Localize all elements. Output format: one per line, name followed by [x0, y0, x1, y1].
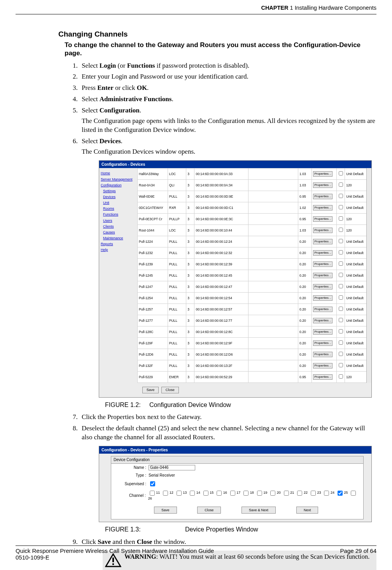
fig12-nav-link[interactable]: Clients	[101, 224, 136, 229]
channel-checkbox[interactable]	[217, 491, 222, 496]
channel-checkbox[interactable]	[163, 491, 168, 496]
name-input[interactable]	[149, 465, 195, 470]
properties-button[interactable]: Properties ..	[313, 228, 332, 233]
fig12-nav-link[interactable]: Reports	[101, 242, 136, 246]
properties-button[interactable]: Properties ..	[313, 295, 332, 301]
row-checkbox[interactable]	[339, 284, 343, 288]
table-row: Pull-12D6PULL300:14:6D:00:00:00:12:D60.2…	[138, 349, 371, 360]
row-checkbox[interactable]	[339, 228, 343, 232]
fig12-nav-link[interactable]: Settings	[101, 189, 136, 193]
row-checkbox[interactable]	[339, 250, 343, 254]
row-checkbox[interactable]	[339, 239, 343, 243]
properties-button[interactable]: Properties ..	[313, 239, 332, 244]
table-row: Rout-0A34QLI300:14:6D:00:00:00:0A:341.03…	[138, 180, 371, 191]
row-checkbox[interactable]	[339, 329, 343, 333]
fig12-nav-link[interactable]: Maintenance	[101, 236, 136, 240]
row-checkbox[interactable]	[339, 340, 343, 345]
row-checkbox[interactable]	[339, 307, 343, 311]
properties-button[interactable]: Properties ..	[313, 318, 332, 323]
channel-checkbox[interactable]	[338, 491, 343, 496]
fig12-titlebar: Configuration - Devices	[99, 161, 371, 168]
channel-checkbox[interactable]	[270, 491, 275, 496]
row-checkbox[interactable]	[339, 273, 343, 277]
properties-button[interactable]: Properties ..	[313, 273, 332, 278]
fig12-nav-link[interactable]: Devices	[101, 195, 136, 199]
properties-button[interactable]: Properties ..	[313, 307, 332, 312]
step-4: Select Administrative Functions.	[79, 95, 376, 104]
step-7: Click the Properties box next to the Gat…	[79, 413, 376, 422]
fig12-nav-link[interactable]: Configuration	[101, 183, 136, 188]
fig12-save-button[interactable]: Save	[142, 387, 159, 393]
name-label: Name :	[115, 465, 149, 470]
step-6-sub: The Configuration Devices window opens.	[82, 147, 376, 156]
channel-checkbox[interactable]	[257, 491, 262, 496]
fig13-close-button[interactable]: Close	[197, 507, 221, 514]
supervised-label: Supervised :	[115, 481, 149, 487]
fig12-nav-link[interactable]: Causes	[101, 230, 136, 235]
table-row: Pull-0E3CPT CrPULLP300:14:6D:00:00:00:0E…	[138, 214, 371, 225]
row-checkbox[interactable]	[339, 261, 343, 266]
properties-button[interactable]: Properties ..	[313, 182, 332, 188]
channel-checkbox[interactable]	[297, 491, 302, 496]
fig12-nav-link[interactable]: Help	[101, 247, 136, 252]
properties-button[interactable]: Properties ..	[313, 171, 332, 177]
row-checkbox[interactable]	[339, 171, 343, 175]
fig12-nav-link[interactable]: Server Management	[101, 177, 136, 182]
chapter-prefix: CHAPTER	[261, 5, 288, 11]
row-checkbox[interactable]	[339, 182, 343, 187]
intro-paragraph: To change the channel to the Gateway and…	[65, 41, 376, 58]
step-5-sub: The Configuration page opens with links …	[82, 117, 376, 135]
fig12-nav-link[interactable]: Rooms	[101, 206, 136, 211]
properties-button[interactable]: Properties ..	[313, 340, 332, 346]
table-row: Rout-1044LOC300:14:6D:00:00:00:10:441.03…	[138, 225, 371, 236]
properties-button[interactable]: Properties ..	[313, 352, 332, 357]
row-checkbox[interactable]	[339, 318, 343, 322]
chapter-number: 1	[290, 5, 293, 11]
properties-button[interactable]: Properties ..	[313, 374, 332, 380]
fig13-savenext-button[interactable]: Save & Next	[242, 507, 276, 514]
properties-button[interactable]: Properties ..	[313, 250, 332, 256]
fig12-close-button[interactable]: Close	[161, 387, 179, 393]
row-checkbox[interactable]	[339, 205, 343, 209]
fig12-nav-link[interactable]: Home	[101, 171, 136, 175]
row-checkbox[interactable]	[339, 295, 343, 300]
channel-checkbox[interactable]	[243, 491, 248, 496]
table-row: Pull-128CPULL300:14:6D:00:00:00:12:8C0.2…	[138, 326, 371, 338]
row-checkbox[interactable]	[339, 363, 343, 367]
fig13-save-button[interactable]: Save	[154, 507, 177, 514]
properties-button[interactable]: Properties ..	[313, 261, 332, 267]
row-checkbox[interactable]	[339, 352, 343, 356]
table-row: Pull-1239PULL300:14:6D:00:00:00:12:390.2…	[138, 259, 371, 270]
fig13-next-button[interactable]: Next	[296, 507, 318, 514]
channel-label: Channel :	[115, 493, 148, 498]
fig12-nav-link[interactable]: Unit	[101, 200, 136, 205]
fig12-nav-link[interactable]: Functions	[101, 212, 136, 217]
supervised-checkbox[interactable]	[150, 481, 155, 486]
channel-checkbox[interactable]	[311, 491, 316, 496]
row-checkbox[interactable]	[339, 374, 343, 379]
page-footer: Quick Response Premiere Wireless Call Sy…	[16, 545, 376, 561]
step-5: Select Configuration. The Configuration …	[79, 106, 376, 135]
properties-button[interactable]: Properties ..	[313, 205, 332, 210]
channel-checkbox[interactable]	[203, 491, 208, 496]
row-checkbox[interactable]	[339, 194, 343, 198]
channel-checkbox[interactable]	[284, 491, 289, 496]
properties-button[interactable]: Properties ..	[313, 329, 332, 335]
channel-checkbox[interactable]	[351, 491, 356, 496]
properties-button[interactable]: Properties ..	[313, 216, 332, 222]
scrollbar[interactable]	[366, 168, 371, 383]
footer-doc-number: 0510-1099-E	[16, 554, 214, 561]
row-checkbox[interactable]	[339, 216, 343, 221]
properties-button[interactable]: Properties ..	[313, 194, 332, 199]
step-1: Select Login (or Functions if password p…	[79, 61, 376, 70]
channel-checkbox[interactable]	[177, 491, 182, 496]
fig12-nav-link[interactable]: Users	[101, 218, 136, 223]
properties-button[interactable]: Properties ..	[313, 284, 332, 289]
channel-checkbox[interactable]	[230, 491, 235, 496]
channel-checkbox[interactable]	[324, 491, 329, 496]
properties-button[interactable]: Properties ..	[313, 363, 332, 368]
channel-checkbox[interactable]	[190, 491, 195, 496]
channel-checkbox[interactable]	[150, 491, 155, 496]
step-6: Select Devices. The Configuration Device…	[79, 137, 376, 409]
svg-rect-2	[112, 563, 114, 565]
